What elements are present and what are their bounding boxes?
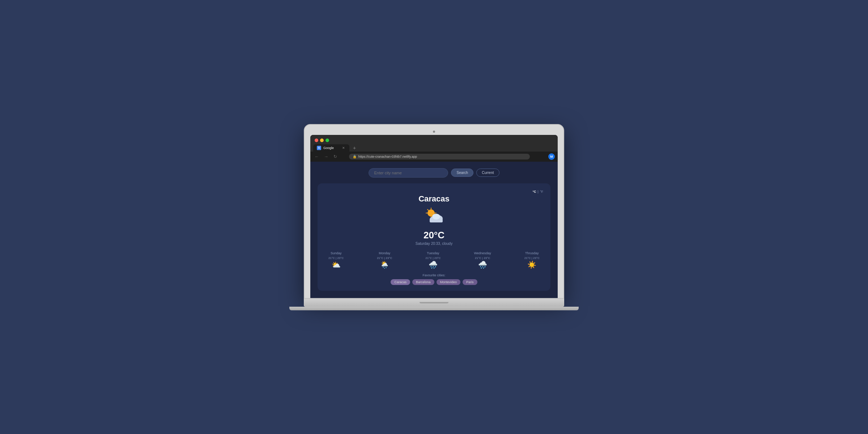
- weather-card: °C | °F Caracas: [318, 183, 550, 291]
- fahrenheit-unit[interactable]: °F: [540, 190, 543, 193]
- new-tab-button[interactable]: +: [350, 144, 359, 152]
- forecast-day-name-3: Wednesday: [474, 251, 491, 255]
- unit-separator: |: [538, 190, 539, 193]
- search-button[interactable]: Search: [451, 169, 473, 177]
- lock-icon: 🔒: [353, 155, 357, 158]
- forecast-icon-4: ☀️: [527, 261, 536, 268]
- profile-button[interactable]: M: [548, 153, 555, 160]
- browser-content: Search Current °C | °F Caracas: [310, 162, 558, 298]
- maximize-traffic-light[interactable]: [326, 139, 329, 142]
- unit-toggle-header: °C | °F: [325, 190, 543, 193]
- forecast-icon-0: ⛅: [332, 261, 341, 268]
- unit-toggle[interactable]: °C | °F: [532, 190, 543, 193]
- laptop-screen: G Google ✕ + ← → ↻ 🔒 https://cute-cranac…: [304, 124, 564, 299]
- svg-rect-10: [430, 220, 443, 222]
- laptop-notch: [420, 302, 448, 303]
- favourites-chips: Caracas Barcelona Montevideo Paris: [325, 279, 543, 285]
- tab-close-button[interactable]: ✕: [342, 146, 345, 150]
- tab-favicon: G: [317, 146, 321, 150]
- close-traffic-light[interactable]: [315, 139, 318, 142]
- active-tab[interactable]: G Google ✕: [313, 144, 349, 152]
- forecast-day-1: Monday 21°C | 23°C 🌦️: [377, 251, 392, 268]
- favourite-chip-caracas[interactable]: Caracas: [391, 279, 410, 285]
- forecast-day-name-4: Thrusday: [525, 251, 539, 255]
- favourite-chip-paris[interactable]: Paris: [463, 279, 477, 285]
- main-weather-icon: [325, 207, 543, 227]
- current-location-button[interactable]: Current: [476, 169, 499, 177]
- address-field[interactable]: 🔒 https://cute-cranachan-03f4b7.netlify.…: [349, 154, 530, 159]
- forecast-icon-3: 🌧️: [478, 261, 487, 268]
- browser-tabs: G Google ✕ +: [313, 144, 555, 152]
- forecast-day-name-0: Sunday: [331, 251, 342, 255]
- svg-line-5: [427, 209, 429, 210]
- favourites-title: Favourite cities:: [325, 273, 543, 277]
- browser-window: G Google ✕ + ← → ↻ 🔒 https://cute-cranac…: [310, 135, 558, 298]
- forecast-day-name-2: Tuesday: [427, 251, 439, 255]
- forecast-day-4: Thrusday 21°C | 23°C ☀️: [524, 251, 540, 268]
- forecast-temps-4: 21°C | 23°C: [524, 256, 540, 260]
- favourite-chip-barcelona[interactable]: Barcelona: [412, 279, 434, 285]
- city-name: Caracas: [325, 194, 543, 204]
- minimize-traffic-light[interactable]: [320, 139, 324, 142]
- weather-description: Saturday 20:33, cloudy: [325, 242, 543, 246]
- celsius-unit[interactable]: °C: [532, 190, 536, 193]
- forecast-temps-0: 21°C | 23°C: [328, 256, 344, 260]
- forecast-temps-3: 21°C | 23°C: [475, 256, 490, 260]
- back-button[interactable]: ←: [313, 153, 320, 160]
- forecast-icon-1: 🌦️: [380, 261, 389, 268]
- favourite-chip-montevideo[interactable]: Montevideo: [437, 279, 461, 285]
- laptop-base: [304, 299, 564, 307]
- forecast-temps-2: 21°C | 23°C: [425, 256, 441, 260]
- forecast-icon-2: 🌧️: [429, 261, 438, 268]
- forecast-row: Sunday 21°C | 23°C ⛅ Monday 21°C | 23°C …: [325, 251, 543, 268]
- favourites-section: Favourite cities: Caracas Barcelona Mont…: [325, 273, 543, 285]
- address-text: https://cute-cranachan-03f4b7.netlify.ap…: [358, 155, 417, 158]
- temperature-display: 20°C: [325, 230, 543, 241]
- forecast-day-0: Sunday 21°C | 23°C ⛅: [328, 251, 344, 268]
- laptop-camera: [433, 131, 435, 133]
- browser-chrome: G Google ✕ +: [310, 135, 558, 152]
- forecast-day-2: Tuesday 21°C | 23°C 🌧️: [425, 251, 441, 268]
- svg-point-11: [432, 214, 440, 220]
- laptop-container: G Google ✕ + ← → ↻ 🔒 https://cute-cranac…: [304, 124, 564, 310]
- forecast-day-3: Wednesday 21°C | 23°C 🌧️: [474, 251, 491, 268]
- forecast-temps-1: 21°C | 23°C: [377, 256, 392, 260]
- forward-button[interactable]: →: [323, 153, 330, 160]
- traffic-lights: [313, 137, 555, 144]
- laptop-bottom: [289, 307, 579, 310]
- city-search-input[interactable]: [369, 168, 448, 178]
- address-bar: ← → ↻ 🔒 https://cute-cranachan-03f4b7.ne…: [310, 152, 558, 162]
- search-bar: Search Current: [318, 168, 550, 178]
- forecast-day-name-1: Monday: [379, 251, 390, 255]
- tab-label: Google: [323, 146, 334, 150]
- reload-button[interactable]: ↻: [332, 153, 339, 160]
